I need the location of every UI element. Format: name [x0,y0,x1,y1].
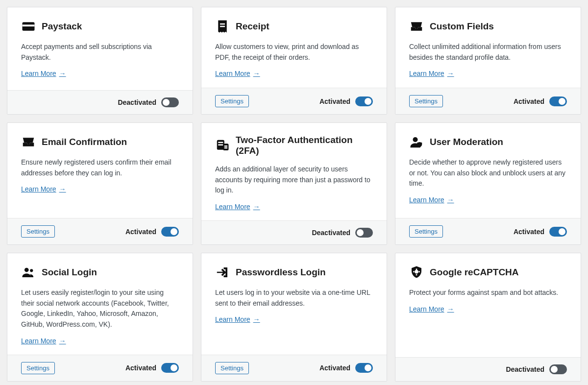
addon-card-passwordless-login: Passwordless LoginLet users log in to yo… [201,253,387,382]
footer-left: Settings [215,95,249,107]
learn-more-label: Learn More [409,196,444,204]
learn-more-link[interactable]: Learn More→ [215,203,260,211]
svg-rect-15 [416,274,417,276]
status-label: Activated [319,97,350,105]
arrow-right-icon: → [59,70,66,77]
learn-more-link[interactable]: Learn More→ [409,196,454,204]
status-label: Deactivated [312,229,350,237]
2fa-icon [215,138,230,153]
status-label: Activated [125,228,156,236]
svg-point-13 [415,270,418,274]
status-wrap: Activated [514,227,567,237]
card-footer: SettingsActivated [395,88,581,114]
activation-toggle[interactable] [355,363,373,373]
addon-description: Accept payments and sell subscriptions v… [21,42,179,63]
arrow-right-icon: → [253,70,260,77]
card-header: Custom Fields [409,19,567,34]
card-header: Email Confirmation [21,135,179,149]
card-footer: SettingsActivated [7,355,193,381]
learn-more-link[interactable]: Learn More→ [215,315,260,323]
addon-description: Collect unlimited additional information… [409,42,567,63]
addon-title: Paystack [42,21,82,32]
addon-title: Custom Fields [430,21,494,32]
arrow-right-icon: → [447,70,454,77]
learn-more-label: Learn More [21,337,56,345]
addon-description: Ensure newly registered users confirm th… [21,157,179,178]
card-footer: Deactivated [7,90,193,114]
status-wrap: Activated [319,96,373,106]
card-body: ReceiptAllow customers to view, print an… [201,7,387,88]
addon-title: Email Confirmation [42,137,127,147]
credit-card-icon [21,19,36,34]
card-footer: SettingsActivated [201,355,387,381]
addon-title: Receipt [236,21,270,32]
learn-more-link[interactable]: Learn More→ [21,70,66,77]
status-wrap: Activated [125,227,179,237]
svg-point-10 [413,137,418,142]
card-header: Receipt [215,19,373,34]
activation-toggle[interactable] [549,227,567,237]
card-header: Paystack [21,19,179,34]
card-body: Google reCAPTCHAProtect your forms again… [395,253,581,357]
activation-toggle[interactable] [161,227,179,237]
status-wrap: Deactivated [506,364,567,374]
addon-card-user-moderation: User ModerationDecide whether to approve… [395,122,581,245]
card-body: Custom FieldsCollect unlimited additiona… [395,7,581,88]
activation-toggle[interactable] [355,228,373,238]
activation-toggle[interactable] [549,364,567,374]
addon-title: Google reCAPTCHA [430,267,519,278]
learn-more-link[interactable]: Learn More→ [21,185,66,193]
svg-rect-9 [224,147,227,149]
card-header: Two-Factor Authentication (2FA) [215,135,373,156]
activation-toggle[interactable] [161,363,179,373]
settings-button[interactable]: Settings [409,95,443,107]
addon-title: Social Login [42,267,97,278]
svg-rect-3 [220,26,225,27]
activation-toggle[interactable] [549,96,567,106]
card-header: Social Login [21,265,179,280]
learn-more-label: Learn More [215,70,250,77]
status-label: Activated [319,364,350,372]
addon-description: Allow customers to view, print and downl… [215,42,373,63]
activation-toggle[interactable] [355,96,373,106]
card-header: User Moderation [409,135,567,149]
addon-card-email-confirmation: Email ConfirmationEnsure newly registere… [7,122,193,245]
card-body: Social LoginLet users easily register/lo… [7,253,193,355]
learn-more-link[interactable]: Learn More→ [21,337,66,345]
learn-more-label: Learn More [215,203,250,211]
learn-more-label: Learn More [409,305,444,313]
svg-rect-16 [413,271,415,273]
user-shield-icon [409,135,424,149]
inbox-icon [21,135,36,149]
footer-left: Settings [215,362,249,374]
settings-button[interactable]: Settings [21,225,55,238]
card-header: Google reCAPTCHA [409,265,567,280]
settings-button[interactable]: Settings [215,95,249,107]
arrow-right-icon: → [253,203,260,211]
learn-more-link[interactable]: Learn More→ [215,70,260,77]
learn-more-label: Learn More [21,70,56,77]
addons-grid: PaystackAccept payments and sell subscri… [7,7,581,382]
activation-toggle[interactable] [161,97,179,107]
svg-rect-14 [416,269,417,270]
status-label: Deactivated [506,365,544,373]
settings-button[interactable]: Settings [215,362,249,374]
arrow-right-icon: → [447,305,454,313]
receipt-icon [215,19,230,34]
learn-more-link[interactable]: Learn More→ [409,70,454,77]
card-body: PaystackAccept payments and sell subscri… [7,7,193,90]
learn-more-label: Learn More [409,70,444,77]
learn-more-link[interactable]: Learn More→ [409,305,454,313]
settings-button[interactable]: Settings [409,225,443,238]
arrow-in-icon [215,265,230,280]
svg-rect-17 [418,271,420,273]
addon-description: Protect your forms against spam and bot … [409,288,567,298]
status-label: Activated [514,228,544,236]
status-wrap: Deactivated [118,97,179,107]
settings-button[interactable]: Settings [21,362,55,374]
card-footer: Deactivated [201,220,387,244]
addon-title: Passwordless Login [236,267,326,278]
svg-point-11 [24,268,29,272]
footer-left: Settings [409,95,443,107]
svg-point-12 [30,269,33,272]
